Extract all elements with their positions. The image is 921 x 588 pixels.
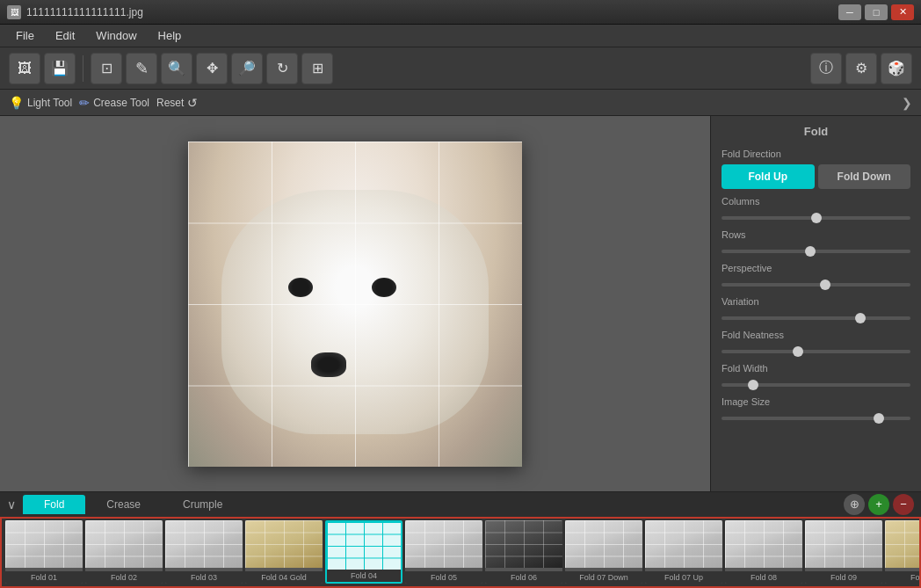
thumbnail-preview bbox=[725, 520, 802, 568]
thumbnail-label: Fold 07 Down bbox=[565, 571, 642, 584]
thumbnail-preview bbox=[85, 520, 163, 568]
save-icon: 💾 bbox=[51, 60, 69, 76]
effects-icon: 🎲 bbox=[888, 60, 905, 76]
thumbnail-preview bbox=[565, 520, 642, 568]
variation-slider-row: Variation bbox=[722, 296, 910, 323]
bottom-tabs: ∨ Fold Crease Crumple ⊕ + − bbox=[0, 492, 921, 517]
rotate-button[interactable]: ↻ bbox=[266, 53, 298, 84]
menu-file[interactable]: File bbox=[7, 27, 43, 44]
thumbnail-preview bbox=[885, 520, 921, 568]
lightbulb-icon: 💡 bbox=[9, 96, 24, 110]
panel-title: Fold bbox=[722, 125, 910, 138]
collapse-arrow[interactable]: ∨ bbox=[7, 497, 16, 512]
thumbnail-item[interactable]: Fold 01 bbox=[5, 520, 83, 584]
thumbnail-label: Fold 05 bbox=[405, 571, 482, 584]
sub-toolbar: 💡 Light Tool ✏ Crease Tool Reset ↺ ❯ bbox=[0, 90, 921, 116]
move-tool-button[interactable]: ✥ bbox=[196, 53, 228, 84]
thumbnail-item[interactable]: Fold 06 bbox=[485, 520, 562, 584]
image-size-slider-row: Image Size bbox=[722, 396, 910, 423]
fold-width-slider[interactable] bbox=[722, 383, 910, 387]
menu-edit[interactable]: Edit bbox=[47, 27, 83, 44]
tab-crumple[interactable]: Crumple bbox=[162, 495, 243, 514]
thumbnail-strip: Fold 01Fold 02Fold 03Fold 04 GoldFold 04… bbox=[0, 517, 921, 588]
thumbnail-item[interactable]: Fold 04 Gold bbox=[245, 520, 323, 584]
fold-down-button[interactable]: Fold Down bbox=[818, 164, 911, 189]
thumbnail-item[interactable]: Fold 02 bbox=[85, 520, 163, 584]
info-icon: ⓘ bbox=[819, 59, 833, 77]
thumbnail-label: Fold 02 bbox=[85, 571, 163, 584]
zoom-out-icon: 🔎 bbox=[238, 60, 256, 76]
grid-lines bbox=[188, 142, 522, 467]
zoom-out-button[interactable]: 🔎 bbox=[231, 53, 263, 84]
light-tool-item[interactable]: 💡 Light Tool bbox=[9, 96, 72, 110]
zoom-in-button[interactable]: 🔍 bbox=[161, 53, 192, 84]
zoom-in-icon: 🔍 bbox=[168, 60, 185, 76]
image-size-label: Image Size bbox=[722, 396, 910, 407]
minus-icon: − bbox=[900, 497, 907, 511]
rows-slider[interactable] bbox=[722, 250, 910, 253]
settings-button[interactable]: ⚙ bbox=[845, 53, 877, 84]
menu-help[interactable]: Help bbox=[149, 27, 191, 44]
thumbnail-item[interactable]: Fold 07 Down bbox=[565, 520, 642, 584]
right-panel: Fold Fold Direction Fold Up Fold Down Co… bbox=[710, 116, 921, 491]
thumbnail-preview bbox=[327, 522, 401, 570]
thumbnail-label: Fold 07 Up bbox=[645, 571, 722, 584]
minimize-button[interactable]: ─ bbox=[838, 4, 861, 20]
tab-fold[interactable]: Fold bbox=[23, 495, 85, 514]
add-preset-button[interactable]: + bbox=[868, 494, 889, 515]
thumbnail-item[interactable]: Fold 04 bbox=[325, 520, 402, 584]
rows-slider-row: Rows bbox=[722, 229, 910, 256]
toolbar: 🖼 💾 ⊡ ✎ 🔍 ✥ 🔎 ↻ ⊞ ⓘ ⚙ 🎲 bbox=[0, 47, 921, 90]
thumbnail-preview bbox=[245, 520, 323, 568]
save-tool-button[interactable]: 💾 bbox=[44, 53, 76, 84]
thumbnail-label: Fold 09 bbox=[805, 571, 882, 584]
remove-preset-button[interactable]: − bbox=[893, 494, 914, 515]
fold-neatness-slider-row: Fold Neatness bbox=[722, 330, 910, 356]
perspective-slider[interactable] bbox=[722, 283, 910, 287]
thumbnail-label: Fold 10 bbox=[885, 571, 921, 584]
tab-crease[interactable]: Crease bbox=[85, 495, 162, 514]
columns-label: Columns bbox=[722, 196, 910, 207]
sub-toolbar-arrow[interactable]: ❯ bbox=[902, 96, 912, 110]
thumbnail-label: Fold 08 bbox=[725, 571, 802, 584]
image-icon: 🖼 bbox=[18, 61, 32, 76]
thumbnail-preview bbox=[485, 520, 562, 568]
pen-tool-button[interactable]: ✎ bbox=[126, 53, 157, 84]
menu-window[interactable]: Window bbox=[87, 27, 145, 44]
thumbnail-label: Fold 06 bbox=[485, 571, 562, 584]
screen-button[interactable]: ⊞ bbox=[301, 53, 333, 84]
thumbnail-preview bbox=[165, 520, 243, 568]
crease-tool-item[interactable]: ✏ Crease Tool bbox=[79, 96, 149, 110]
thumbnail-preview bbox=[805, 520, 882, 568]
app-icon: 🖼 bbox=[7, 5, 21, 19]
image-tool-button[interactable]: 🖼 bbox=[9, 53, 40, 84]
thumbnail-item[interactable]: Fold 08 bbox=[725, 520, 802, 584]
thumbnail-item[interactable]: Fold 07 Up bbox=[645, 520, 722, 584]
fold-direction-row: Fold Up Fold Down bbox=[722, 164, 910, 189]
reset-item[interactable]: Reset ↺ bbox=[156, 96, 198, 110]
thumbnail-preview bbox=[405, 520, 482, 568]
reset-label: Reset bbox=[156, 97, 184, 109]
crop-tool-button[interactable]: ⊡ bbox=[91, 53, 122, 84]
variation-label: Variation bbox=[722, 296, 910, 307]
maximize-button[interactable]: □ bbox=[865, 4, 888, 20]
dog-image bbox=[188, 142, 522, 467]
thumbnail-item[interactable]: Fold 05 bbox=[405, 520, 482, 584]
pen-icon: ✎ bbox=[135, 59, 149, 78]
effects-button[interactable]: 🎲 bbox=[881, 53, 912, 84]
crop-icon: ⊡ bbox=[101, 60, 112, 76]
thumbnail-item[interactable]: Fold 03 bbox=[165, 520, 243, 584]
fold-neatness-slider[interactable] bbox=[722, 350, 910, 353]
main-area: Fold Fold Direction Fold Up Fold Down Co… bbox=[0, 116, 921, 491]
image-size-slider[interactable] bbox=[722, 417, 910, 420]
variation-slider[interactable] bbox=[722, 316, 910, 320]
thumbnail-item[interactable]: Fold 09 bbox=[805, 520, 882, 584]
thumbnail-preview bbox=[5, 520, 83, 568]
columns-slider[interactable] bbox=[722, 216, 910, 220]
fold-neatness-label: Fold Neatness bbox=[722, 330, 910, 340]
scroll-left-button[interactable]: ⊕ bbox=[844, 494, 865, 515]
close-button[interactable]: ✕ bbox=[891, 4, 914, 20]
thumbnail-item[interactable]: Fold 10 bbox=[885, 520, 921, 584]
info-button[interactable]: ⓘ bbox=[810, 53, 842, 84]
fold-up-button[interactable]: Fold Up bbox=[722, 164, 815, 189]
